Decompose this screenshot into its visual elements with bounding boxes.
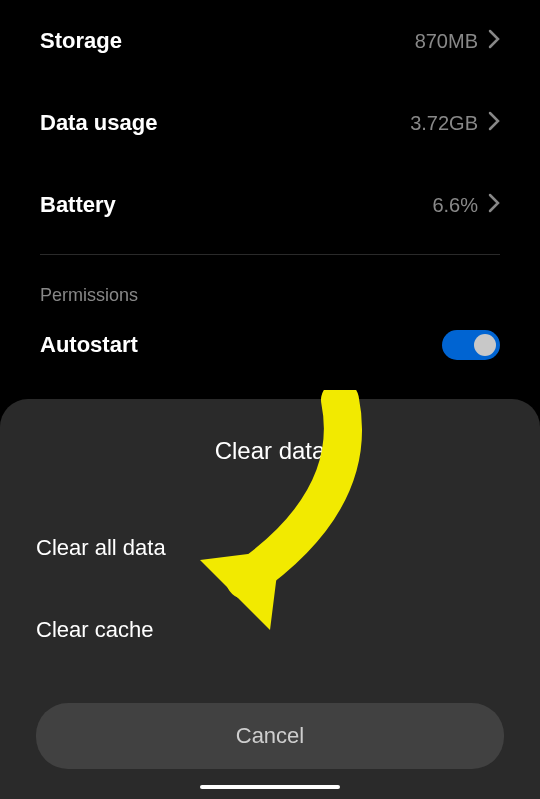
- autostart-label: Autostart: [40, 332, 138, 358]
- clear-cache-option[interactable]: Clear cache: [36, 589, 504, 671]
- data-usage-right: 3.72GB: [410, 111, 500, 136]
- data-usage-label: Data usage: [40, 110, 157, 136]
- storage-label: Storage: [40, 28, 122, 54]
- settings-list: Storage 870MB Data usage 3.72GB Battery …: [0, 0, 540, 366]
- sheet-title: Clear data: [36, 437, 504, 465]
- battery-value: 6.6%: [432, 194, 478, 217]
- chevron-right-icon: [488, 111, 500, 136]
- chevron-right-icon: [488, 29, 500, 54]
- storage-value: 870MB: [415, 30, 478, 53]
- permissions-header: Permissions: [40, 275, 500, 324]
- battery-row[interactable]: Battery 6.6%: [40, 164, 500, 246]
- storage-row[interactable]: Storage 870MB: [40, 0, 500, 82]
- toggle-knob: [474, 334, 496, 356]
- autostart-toggle[interactable]: [442, 330, 500, 360]
- battery-label: Battery: [40, 192, 116, 218]
- battery-right: 6.6%: [432, 193, 500, 218]
- home-indicator[interactable]: [200, 785, 340, 789]
- divider: [40, 254, 500, 255]
- autostart-row[interactable]: Autostart: [40, 324, 500, 366]
- data-usage-row[interactable]: Data usage 3.72GB: [40, 82, 500, 164]
- storage-right: 870MB: [415, 29, 500, 54]
- clear-all-data-option[interactable]: Clear all data: [36, 507, 504, 589]
- cancel-button[interactable]: Cancel: [36, 703, 504, 769]
- chevron-right-icon: [488, 193, 500, 218]
- data-usage-value: 3.72GB: [410, 112, 478, 135]
- clear-data-sheet: Clear data Clear all data Clear cache Ca…: [0, 399, 540, 799]
